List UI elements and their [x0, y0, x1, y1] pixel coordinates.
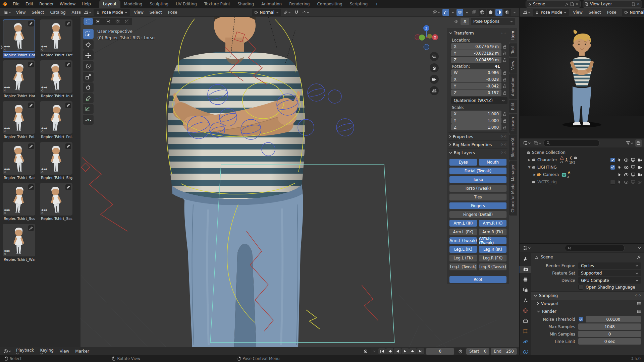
rig-layer-leg-r-ik-[interactable]: Leg.R (IK): [479, 246, 507, 253]
lock-icon[interactable]: [501, 112, 507, 116]
mode-dropdown[interactable]: Pose Mode: [94, 9, 130, 16]
lock-icon[interactable]: [501, 45, 507, 49]
asset-edit-icon[interactable]: [65, 143, 71, 149]
preview-mode-dropdown[interactable]: Pose Mode: [533, 9, 569, 16]
viewport-3d[interactable]: Pose Mode ViewSelectPose Normal: [80, 8, 519, 347]
rig-layer-leg-l-fk-[interactable]: Leg.L (FK): [449, 254, 477, 262]
asset-menu-view[interactable]: View: [13, 9, 29, 15]
axis-gizmo[interactable]: Z X: [414, 25, 439, 50]
viewport-editor-type-icon[interactable]: [83, 9, 93, 16]
scale-y-field[interactable]: Y1.000: [451, 117, 501, 124]
location-x-field[interactable]: X0.077679 m: [451, 43, 501, 50]
cursor-toggle[interactable]: [618, 158, 622, 162]
gizmos-toggle[interactable]: [442, 9, 449, 16]
select-intersect-button[interactable]: [122, 18, 132, 25]
outliner-row-lighting[interactable]: ▼LIGHTING: [520, 164, 644, 171]
panel-drag-dots[interactable]: ⁘⁘: [500, 150, 507, 155]
asset-edit-icon[interactable]: [28, 184, 34, 190]
asset-thumbnail[interactable]: ◆▪◆◇: [3, 101, 35, 134]
outliner-filter-icon[interactable]: [625, 139, 634, 147]
rig-layer-leg-l-tweak-[interactable]: Leg.L (Tweak): [449, 263, 477, 270]
new-collection-button[interactable]: [635, 139, 642, 147]
rotation-x-field[interactable]: X-0.028: [451, 76, 501, 82]
sidebar-tab-tool[interactable]: Tool: [509, 43, 517, 57]
camera-toggle[interactable]: [638, 173, 642, 177]
jump-to-end-button[interactable]: [417, 348, 424, 354]
tool-rotate[interactable]: [83, 61, 94, 71]
eye-toggle[interactable]: [624, 166, 629, 169]
select-extend-button[interactable]: [93, 18, 103, 25]
timeline-editor-type-icon[interactable]: [2, 348, 12, 355]
pin-icon[interactable]: [637, 255, 641, 259]
timeline-menu-keying[interactable]: Keying: [37, 347, 57, 355]
eye-toggle[interactable]: [624, 180, 629, 184]
sampling-panel-header[interactable]: Sampling ⁘⁘: [531, 291, 644, 300]
rotation-w-field[interactable]: W0.986: [451, 69, 501, 76]
asset-thumbnail[interactable]: ◆▪◆◇: [3, 60, 35, 93]
asset-menu-asset[interactable]: Asset: [69, 9, 81, 15]
workspace-tab-rendering[interactable]: Rendering: [285, 0, 313, 8]
preview-menu-view[interactable]: View: [570, 9, 585, 15]
rig-layer-leg-r-tweak-[interactable]: Leg.R (Tweak): [479, 263, 507, 270]
asset-menu-select[interactable]: Select: [29, 9, 47, 15]
rig-layer-eyes[interactable]: Eyes: [449, 159, 477, 166]
asset-thumbnail[interactable]: ◆▪◆◇: [40, 142, 72, 175]
viewport-menu-select[interactable]: Select: [147, 9, 165, 15]
auto-keying-button[interactable]: [361, 348, 371, 355]
new-layer-icon[interactable]: [632, 2, 635, 6]
checkbox-on-toggle[interactable]: [610, 165, 615, 170]
ptab-tool[interactable]: [520, 255, 531, 263]
object-visibility-dropdown[interactable]: [431, 9, 441, 16]
workspace-tab-uv-editing[interactable]: UV Editing: [172, 0, 201, 8]
orientation-dropdown[interactable]: Normal: [252, 9, 281, 16]
shading-wireframe-button[interactable]: [479, 9, 486, 16]
shading-rendered-button[interactable]: [504, 9, 511, 16]
scale-x-field[interactable]: X1.000: [451, 111, 501, 117]
asset-edit-icon[interactable]: [28, 143, 34, 149]
sidebar-tab-isocam[interactable]: Isocam: [509, 114, 517, 134]
asset-thumbnail[interactable]: ◆▪◆◇: [40, 60, 72, 93]
timeline-menu-marker[interactable]: Marker: [72, 348, 92, 354]
tool-scale[interactable]: [83, 72, 94, 82]
overlays-toggle[interactable]: [457, 9, 463, 16]
properties-panel-header[interactable]: Properties ⁘⁘: [448, 132, 507, 140]
tool-measure[interactable]: [83, 104, 94, 114]
ptab-view-layer[interactable]: [520, 286, 531, 294]
ptab-scene[interactable]: [520, 297, 531, 304]
rotation-z-field[interactable]: Z0.157: [451, 89, 501, 96]
properties-options-dropdown[interactable]: [637, 244, 642, 252]
tool-pose-breakdowner[interactable]: [83, 115, 94, 125]
sidebar-tab-item[interactable]: Item: [509, 28, 517, 43]
select-new-button[interactable]: [84, 18, 93, 25]
timeline-menu-playback[interactable]: Playback: [13, 347, 37, 355]
asset-thumbnail[interactable]: ◆▪◆◇: [3, 19, 35, 52]
cursor-toggle[interactable]: [618, 173, 622, 177]
lock-icon[interactable]: [501, 125, 507, 129]
tool-transform[interactable]: [83, 82, 94, 93]
ptab-output[interactable]: [520, 276, 531, 284]
workspace-tab-compositing[interactable]: Compositing: [313, 0, 346, 8]
play-button[interactable]: [401, 348, 409, 354]
timeline-menu-view[interactable]: View: [57, 348, 72, 354]
lock-icon[interactable]: [501, 77, 507, 81]
asset-menu-catalog[interactable]: Catalog: [47, 9, 69, 15]
asset-item[interactable]: ◆▪◆◇Repiec Tshirt_Shy: [40, 142, 72, 180]
asset-item[interactable]: ◆▪◆◇Repiec Tshirt_Wal...: [3, 224, 35, 262]
sampling-viewport-subpanel[interactable]: Viewport: [531, 300, 644, 307]
play-reverse-button[interactable]: [394, 348, 401, 354]
shading-dropdown[interactable]: [512, 9, 517, 16]
sampling-render-subpanel[interactable]: Render: [531, 307, 644, 315]
frame-end-field[interactable]: End 250: [491, 348, 517, 355]
lock-icon[interactable]: [501, 84, 507, 88]
overlays-dropdown[interactable]: [465, 9, 469, 16]
rig-layer-arm-l-tweak-[interactable]: Arm.L (Tweak): [449, 237, 477, 244]
lock-icon[interactable]: [501, 119, 507, 123]
mirror-x-toggle[interactable]: X: [461, 18, 469, 25]
camera-x-toggle[interactable]: [638, 180, 642, 184]
sidebar-tab-view[interactable]: View: [509, 58, 517, 73]
prop-value-dropdown[interactable]: GPU Compute: [578, 277, 641, 284]
rig-layer-leg-l-ik-[interactable]: Leg.L (IK): [449, 246, 477, 253]
select-subtract-button[interactable]: [103, 18, 112, 25]
prop-value-dropdown[interactable]: Cycles: [578, 262, 641, 269]
workspace-tab-modeling[interactable]: Modeling: [120, 0, 146, 8]
